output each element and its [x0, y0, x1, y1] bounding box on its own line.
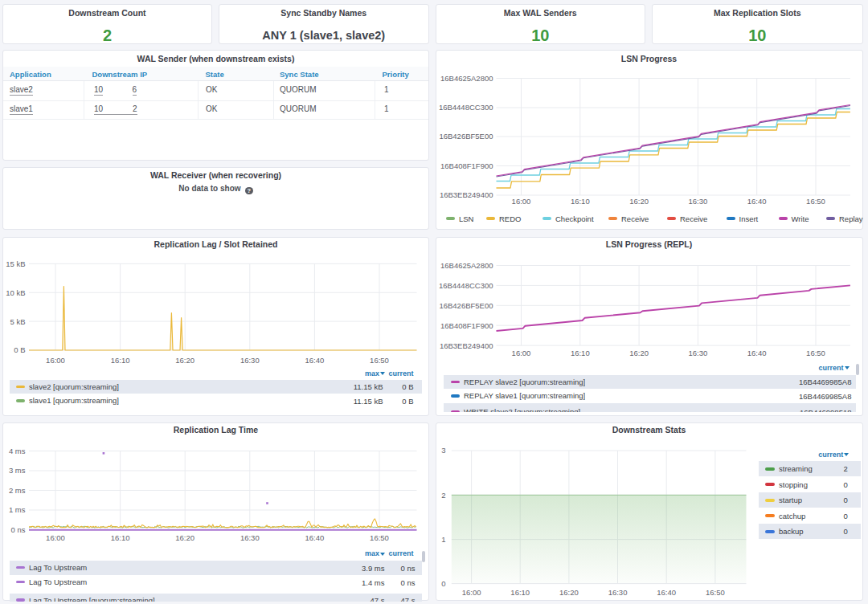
- svg-text:2: 2: [441, 491, 445, 500]
- svg-text:16B3EB249400: 16B3EB249400: [439, 190, 493, 199]
- svg-text:5 kB: 5 kB: [10, 316, 25, 325]
- svg-text:16:40: 16:40: [657, 588, 676, 597]
- svg-text:16B426BF5E00: 16B426BF5E00: [439, 300, 493, 309]
- svg-text:16:20: 16:20: [175, 355, 194, 364]
- svg-text:16:30: 16:30: [688, 348, 707, 357]
- svg-text:16:30: 16:30: [688, 197, 707, 206]
- svg-text:16B3EB249400: 16B3EB249400: [439, 341, 493, 349]
- svg-text:16:40: 16:40: [747, 197, 766, 206]
- svg-text:16:00: 16:00: [461, 588, 481, 597]
- svg-text:16B4448CC300: 16B4448CC300: [438, 280, 493, 289]
- svg-text:16B408F1F900: 16B408F1F900: [440, 320, 493, 329]
- svg-text:16B4448CC300: 16B4448CC300: [438, 103, 493, 112]
- svg-text:2 ms: 2 ms: [9, 486, 26, 495]
- svg-text:16:50: 16:50: [705, 588, 724, 597]
- svg-text:16B426BF5E00: 16B426BF5E00: [439, 132, 493, 141]
- svg-text:1 ms: 1 ms: [9, 505, 26, 514]
- svg-text:15 kB: 15 kB: [6, 259, 25, 267]
- svg-text:0 B: 0 B: [14, 345, 25, 354]
- svg-text:16:30: 16:30: [608, 588, 627, 597]
- svg-text:16:00: 16:00: [46, 533, 65, 542]
- svg-text:16:00: 16:00: [511, 197, 530, 206]
- svg-text:0 ns: 0 ns: [11, 525, 26, 534]
- svg-text:16B4625A2800: 16B4625A2800: [440, 74, 493, 83]
- svg-text:16:10: 16:10: [111, 533, 130, 542]
- svg-text:16:40: 16:40: [305, 533, 325, 542]
- svg-text:16:40: 16:40: [747, 348, 766, 357]
- svg-text:16:50: 16:50: [806, 197, 825, 206]
- svg-text:16:50: 16:50: [370, 533, 389, 542]
- svg-text:16:20: 16:20: [559, 588, 579, 597]
- svg-text:16:10: 16:10: [570, 348, 589, 357]
- svg-text:16:20: 16:20: [629, 348, 649, 357]
- svg-text:16:20: 16:20: [629, 197, 649, 206]
- svg-text:16:40: 16:40: [305, 355, 325, 364]
- svg-text:10 kB: 10 kB: [6, 288, 25, 296]
- svg-text:16B408F1F900: 16B408F1F900: [440, 161, 493, 170]
- svg-text:16B4625A2800: 16B4625A2800: [440, 260, 493, 269]
- svg-text:4 ms: 4 ms: [9, 447, 26, 455]
- svg-text:16:00: 16:00: [46, 355, 65, 364]
- svg-text:1: 1: [441, 535, 445, 544]
- svg-text:16:50: 16:50: [806, 348, 825, 357]
- svg-text:3: 3: [441, 446, 445, 455]
- svg-text:16:30: 16:30: [240, 355, 260, 364]
- svg-text:16:30: 16:30: [240, 533, 260, 542]
- svg-text:16:00: 16:00: [511, 348, 530, 357]
- svg-text:16:20: 16:20: [175, 533, 194, 542]
- svg-text:16:50: 16:50: [370, 355, 389, 364]
- svg-text:16:10: 16:10: [570, 197, 589, 206]
- svg-text:16:10: 16:10: [111, 355, 130, 364]
- svg-text:16:10: 16:10: [510, 588, 530, 597]
- svg-text:0: 0: [441, 579, 445, 588]
- svg-text:3 ms: 3 ms: [9, 466, 26, 475]
